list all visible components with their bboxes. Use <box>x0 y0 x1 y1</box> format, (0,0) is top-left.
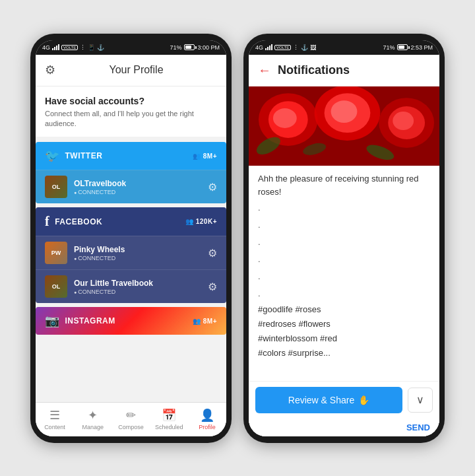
review-share-icon: ✋ <box>358 395 369 405</box>
twitter-account-status: CONNECTED <box>74 189 208 195</box>
facebook-account-settings-icon-1[interactable]: ⚙ <box>208 247 217 259</box>
facebook-account-status-1: CONNECTED <box>74 255 208 261</box>
battery-percent: 71% <box>170 44 181 51</box>
twitter-header: 🐦 TWITTER 👥 8M+ <box>36 142 226 170</box>
facebook-icon: f <box>45 214 49 229</box>
right-network-indicator: 4G <box>255 44 263 51</box>
right-battery-icon <box>397 44 408 50</box>
instagram-followers: 👥 8M+ <box>193 318 217 325</box>
notification-content: Ahh the pleasure of receiving stunning r… <box>249 86 439 436</box>
twitter-account-info: OLTravelbook CONNECTED <box>74 179 208 195</box>
right-time-display: 2:53 PM <box>410 44 433 51</box>
notification-body: Ahh the pleasure of receiving stunning r… <box>258 172 430 200</box>
facebook-account-name-2: Our Little Travelbook <box>74 279 208 288</box>
social-prompt-heading: Have social accounts? <box>45 96 217 106</box>
nav-profile-label: Profile <box>199 424 216 430</box>
nav-item-compose[interactable]: ✏ Compose <box>112 405 150 433</box>
twitter-platform-card: 🐦 TWITTER 👥 8M+ OL O <box>36 142 226 203</box>
notifications-header: ← Notifications <box>249 55 439 86</box>
facebook-account-item-1[interactable]: PW Pinky Wheels CONNECTED ⚙ <box>36 236 226 269</box>
facebook-label: FACEBOOK <box>55 217 102 226</box>
svg-point-9 <box>393 112 414 130</box>
profile-nav-icon: 👤 <box>200 408 214 423</box>
nav-manage-label: Manage <box>82 424 104 430</box>
profile-header: ⚙ Your Profile <box>36 55 226 86</box>
back-button[interactable]: ← <box>258 63 271 78</box>
instagram-platform-card: 📷 INSTAGRAM 👥 8M+ <box>36 307 226 335</box>
scene: 4G VOLTE ⋮ 📱 ⚓ 71% <box>0 0 475 476</box>
twitter-account-item[interactable]: OL OLTravelbook CONNECTED ⚙ <box>36 170 226 203</box>
nav-compose-label: Compose <box>118 424 144 430</box>
facebook-account-avatar-2: OL <box>45 275 67 298</box>
pw-avatar-image: PW <box>45 242 67 264</box>
facebook-account-settings-icon-2[interactable]: ⚙ <box>208 281 217 293</box>
send-button[interactable]: SEND <box>406 423 430 432</box>
right-menu-dots: ⋮ <box>293 44 299 51</box>
network-indicator: 4G <box>42 44 50 51</box>
twitter-icon: 🐦 <box>45 149 60 163</box>
social-prompt-card: Have social accounts? Connect them all, … <box>36 86 226 137</box>
facebook-account-status-2: CONNECTED <box>74 289 208 295</box>
facebook-platform-card: f FACEBOOK 👥 120K+ PW <box>36 207 226 303</box>
bottom-navigation: ☰ Content ✦ Manage ✏ Compose 📅 Scheduled… <box>36 402 226 436</box>
right-status-bar: 4G VOLTE ⋮ ⚓ 🖼 71% <box>249 40 439 55</box>
right-volte-badge: VOLTE <box>274 45 291 50</box>
facebook-account-item-2[interactable]: OL Our Little Travelbook CONNECTED ⚙ <box>36 269 226 303</box>
facebook-account-info-1: Pinky Wheels CONNECTED <box>74 245 208 261</box>
twitter-followers: 👥 8M+ <box>193 153 217 160</box>
compose-icon: ✏ <box>126 408 136 423</box>
svg-point-6 <box>331 100 358 123</box>
notification-footer: SEND <box>249 419 439 436</box>
settings-icon[interactable]: ⚙ <box>45 63 55 77</box>
facebook-followers: 👥 120K+ <box>185 218 217 225</box>
battery-icon <box>184 44 195 50</box>
review-share-label: Review & Share <box>288 395 354 405</box>
manage-icon: ✦ <box>88 408 98 423</box>
time-display: 3:00 PM <box>197 44 220 51</box>
notification-dots: . . . . . . <box>258 199 430 302</box>
chevron-down-button[interactable]: ∨ <box>408 388 433 413</box>
nav-content-label: Content <box>44 424 65 430</box>
social-prompt-description: Connect them all, and I'll help you get … <box>45 109 217 129</box>
notification-actions: Review & Share ✋ ∨ <box>249 381 439 419</box>
profile-content: Have social accounts? Connect them all, … <box>36 86 226 402</box>
chevron-down-icon: ∨ <box>416 393 424 406</box>
twitter-account-avatar: OL <box>45 176 67 198</box>
nav-item-manage[interactable]: ✦ Manage <box>74 405 112 433</box>
menu-dots: ⋮ <box>80 44 86 51</box>
usb-icon: ⚓ <box>97 44 104 51</box>
signal-icon <box>52 44 59 50</box>
volte-badge: VOLTE <box>61 45 78 50</box>
twitter-account-settings-icon[interactable]: ⚙ <box>208 181 217 193</box>
review-share-button[interactable]: Review & Share ✋ <box>255 387 402 413</box>
right-image-icon: 🖼 <box>310 44 316 51</box>
content-icon: ☰ <box>49 408 60 423</box>
right-signal-icon <box>265 44 272 50</box>
instagram-icon: 📷 <box>45 314 60 328</box>
notification-hashtags: #goodlife #roses #redroses #flowers #win… <box>258 302 430 360</box>
rose-image <box>249 86 439 166</box>
notifications-title: Notifications <box>278 63 350 77</box>
page-title: Your Profile <box>55 64 217 76</box>
facebook-account-info-2: Our Little Travelbook CONNECTED <box>74 279 208 295</box>
right-phone: 4G VOLTE ⋮ ⚓ 🖼 71% <box>243 34 445 443</box>
nav-scheduled-label: Scheduled <box>155 424 183 430</box>
ol-avatar-image: OL <box>45 176 67 198</box>
notification-text-area: Ahh the pleasure of receiving stunning r… <box>249 166 439 381</box>
left-status-bar: 4G VOLTE ⋮ 📱 ⚓ 71% <box>36 40 226 55</box>
left-phone: 4G VOLTE ⋮ 📱 ⚓ 71% <box>30 34 232 443</box>
whatsapp-icon: 📱 <box>88 44 95 51</box>
twitter-label: TWITTER <box>65 151 103 160</box>
facebook-header: f FACEBOOK 👥 120K+ <box>36 207 226 236</box>
instagram-label: INSTAGRAM <box>65 316 115 325</box>
nav-item-scheduled[interactable]: 📅 Scheduled <box>150 405 188 433</box>
twitter-account-name: OLTravelbook <box>74 179 208 188</box>
scheduled-icon: 📅 <box>162 408 176 423</box>
facebook-account-name-1: Pinky Wheels <box>74 245 208 254</box>
nav-item-profile[interactable]: 👤 Profile <box>188 405 226 433</box>
right-battery-percent: 71% <box>383 44 395 51</box>
nav-item-content[interactable]: ☰ Content <box>36 405 74 433</box>
right-usb-icon: ⚓ <box>301 44 308 51</box>
ol2-avatar-image: OL <box>45 275 67 298</box>
notification-image <box>249 86 439 166</box>
